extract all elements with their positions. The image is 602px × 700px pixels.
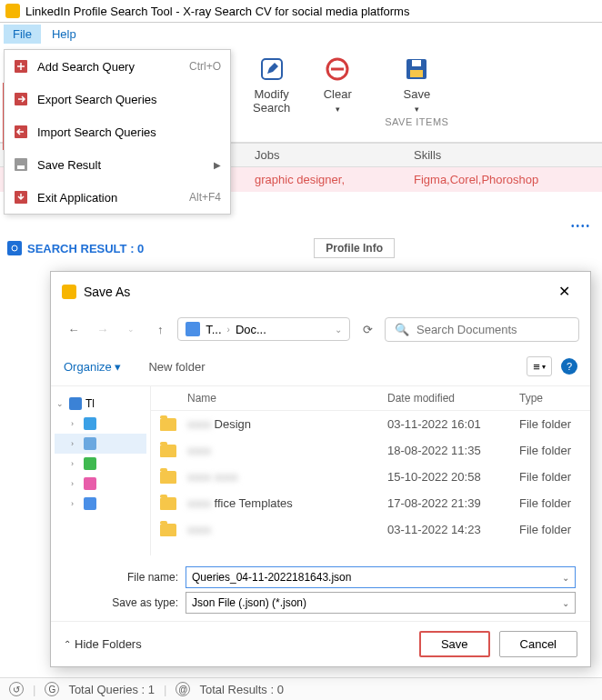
modify-search-button[interactable]: Modify Search bbox=[246, 51, 297, 140]
help-icon[interactable]: ? bbox=[561, 358, 577, 375]
col-skills[interactable]: Skills bbox=[414, 148, 441, 162]
search-icon: 🔍 bbox=[395, 323, 409, 336]
organize-button[interactable]: Organize ▾ bbox=[64, 360, 121, 374]
dialog-nav: ← → ⌄ ↑ T... › Doc... ⌄ ⟳ 🔍 bbox=[51, 311, 590, 347]
file-row[interactable]: xxxx03-11-2022 14:23File folder bbox=[151, 516, 590, 543]
app-icon bbox=[5, 4, 20, 18]
link-icon bbox=[7, 241, 22, 255]
filename-label: File name: bbox=[105, 571, 178, 584]
disk-icon bbox=[402, 55, 431, 84]
dialog-fields: File name: Queries_04-11-2022181643.json… bbox=[51, 555, 590, 621]
file-row[interactable]: xxxx xxxx15-10-2022 20:58File folder bbox=[151, 464, 590, 490]
chevron-down-icon[interactable]: ⌄ bbox=[335, 325, 342, 335]
recent-button[interactable]: ⌄ bbox=[120, 316, 144, 342]
dd-export-queries[interactable]: Export Search Queries bbox=[5, 83, 230, 115]
menu-file[interactable]: File bbox=[4, 25, 41, 44]
chevron-up-icon: ⌃ bbox=[64, 639, 71, 649]
back-button[interactable]: ← bbox=[62, 316, 85, 342]
file-row[interactable]: xxxx18-08-2022 11:35File folder bbox=[151, 437, 590, 464]
close-icon[interactable]: ✕ bbox=[549, 279, 579, 304]
type-label: Save as type: bbox=[105, 596, 178, 609]
new-folder-button[interactable]: New folder bbox=[148, 360, 205, 374]
pencil-icon bbox=[257, 55, 286, 84]
svg-rect-10 bbox=[410, 70, 423, 77]
folder-icon bbox=[160, 418, 176, 431]
exit-icon bbox=[14, 190, 28, 205]
svg-rect-8 bbox=[331, 68, 344, 71]
tree-item[interactable]: › bbox=[55, 474, 146, 494]
file-dropdown: Add Search Query Ctrl+O Export Search Qu… bbox=[4, 49, 231, 215]
dd-exit[interactable]: Exit Application Alt+F4 bbox=[5, 181, 230, 214]
save-button[interactable]: Save▾ SAVE ITEMS bbox=[377, 51, 456, 140]
svg-rect-4 bbox=[17, 165, 25, 169]
menu-help[interactable]: Help bbox=[43, 25, 85, 44]
total-results: Total Results : 0 bbox=[199, 683, 284, 696]
svg-rect-11 bbox=[412, 60, 421, 66]
clear-button[interactable]: Clear▾ bbox=[316, 51, 359, 140]
forward-button[interactable]: → bbox=[91, 316, 115, 342]
up-button[interactable]: ↑ bbox=[148, 316, 172, 342]
filename-input[interactable]: Queries_04-11-2022181643.json⌄ bbox=[186, 566, 576, 588]
export-icon bbox=[14, 92, 28, 106]
file-list: Name Date modified Type xxxx Design03-11… bbox=[151, 386, 590, 555]
chevron-down-icon: ⌄ bbox=[562, 598, 569, 608]
total-queries: Total Queries : 1 bbox=[68, 683, 155, 696]
search-input[interactable] bbox=[416, 323, 569, 336]
add-icon bbox=[14, 59, 28, 74]
window-title: LinkedIn Profile Search Tool - X-ray Sea… bbox=[25, 5, 409, 18]
cancel-button[interactable]: Cancel bbox=[499, 631, 577, 657]
folder-icon bbox=[160, 445, 176, 457]
svg-rect-12 bbox=[7, 241, 22, 255]
chevron-right-icon: ▶ bbox=[214, 160, 221, 170]
tree-item[interactable]: › bbox=[55, 494, 146, 514]
tab-profile-info[interactable]: Profile Info bbox=[314, 238, 395, 258]
status-bar: ↺ | G Total Queries : 1 | @ Total Result… bbox=[0, 677, 602, 700]
file-headers[interactable]: Name Date modified Type bbox=[151, 386, 590, 411]
breadcrumb[interactable]: T... › Doc... ⌄ bbox=[177, 317, 350, 341]
folder-tree[interactable]: ⌄Tl › › › › › bbox=[51, 386, 151, 555]
dialog-title: Save As bbox=[84, 285, 130, 299]
resize-handle[interactable]: •••• bbox=[0, 217, 602, 235]
chevron-right-icon: › bbox=[227, 325, 230, 335]
folder-icon bbox=[160, 471, 176, 484]
refresh-button[interactable]: ⟳ bbox=[356, 316, 379, 342]
tree-item[interactable]: › bbox=[55, 414, 146, 434]
dd-import-queries[interactable]: Import Search Queries bbox=[5, 115, 230, 148]
dd-save-result[interactable]: Save Result ▶ bbox=[5, 148, 230, 181]
title-bar: LinkedIn Profile Search Tool - X-ray Sea… bbox=[0, 0, 602, 23]
queries-icon: G bbox=[45, 682, 59, 696]
dd-add-query[interactable]: Add Search Query Ctrl+O bbox=[5, 50, 230, 83]
dialog-footer: ⌃ Hide Folders Save Cancel bbox=[51, 621, 590, 666]
folder-icon bbox=[160, 524, 176, 536]
dialog-icon bbox=[62, 285, 76, 299]
type-select[interactable]: Json File (.json) (*.json)⌄ bbox=[186, 592, 576, 614]
menu-bar: File Help bbox=[0, 23, 602, 45]
clear-icon bbox=[323, 55, 352, 84]
dialog-title-bar: Save As ✕ bbox=[51, 272, 590, 311]
search-result-bar: SEARCH RESULT : 0 Profile Info bbox=[0, 235, 602, 262]
tree-root[interactable]: ⌄Tl bbox=[55, 394, 146, 414]
chevron-down-icon: ⌄ bbox=[562, 573, 569, 583]
hide-folders-button[interactable]: ⌃ Hide Folders bbox=[64, 637, 142, 651]
folder-icon bbox=[160, 497, 176, 510]
history-icon[interactable]: ↺ bbox=[9, 682, 24, 696]
doc-icon bbox=[186, 322, 200, 336]
col-jobs[interactable]: Jobs bbox=[255, 148, 414, 162]
view-button[interactable]: ≡ ▾ bbox=[527, 356, 552, 376]
save-dialog-button[interactable]: Save bbox=[419, 631, 490, 657]
tree-item[interactable]: › bbox=[55, 434, 146, 454]
file-row[interactable]: xxxx ffice Templates17-08-2022 21:39File… bbox=[151, 490, 590, 516]
tree-item[interactable]: › bbox=[55, 454, 146, 474]
save-as-dialog: Save As ✕ ← → ⌄ ↑ T... › Doc... ⌄ ⟳ 🔍 Or… bbox=[50, 271, 591, 667]
save-icon bbox=[14, 157, 28, 172]
results-icon: @ bbox=[176, 682, 190, 696]
import-icon bbox=[14, 125, 28, 139]
dialog-toolbar: Organize ▾ New folder ≡ ▾ ? bbox=[51, 347, 590, 386]
file-row[interactable]: xxxx Design03-11-2022 16:01File folder bbox=[151, 411, 590, 437]
search-field[interactable]: 🔍 bbox=[385, 317, 579, 342]
